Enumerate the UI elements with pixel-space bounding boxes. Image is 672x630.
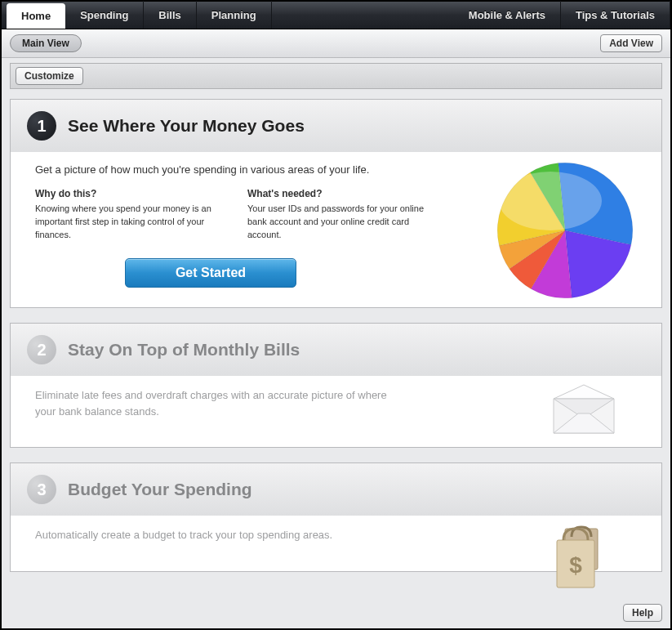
svg-point-0 [499,172,602,230]
card1-why-body: Knowing where you spend your money is an… [35,203,223,242]
shopping-bag-icon: $ [550,522,607,595]
card1-why-col: Why do this? Knowing where you spend you… [35,187,223,242]
card3-title: Budget Your Spending [68,480,252,499]
tab-home[interactable]: Home [7,3,65,29]
tab-tips-tutorials[interactable]: Tips & Tutorials [561,1,670,29]
svg-marker-2 [554,385,614,399]
tab-spending[interactable]: Spending [65,1,144,29]
card1-need-col: What's needed? Your user IDs and passwor… [247,187,435,242]
main-view-button[interactable]: Main View [10,34,82,52]
card1-title: See Where Your Money Goes [68,116,305,136]
card-see-money: 1 See Where Your Money Goes Get a pictur… [10,99,662,308]
svg-text:$: $ [569,552,582,578]
pie-chart-icon [492,157,639,304]
view-toolbar: Main View Add View [2,29,670,58]
content-area: 1 See Where Your Money Goes Get a pictur… [2,89,670,599]
card2-lead: Eliminate late fees and overdraft charge… [35,387,394,419]
step-number-1: 1 [27,111,56,141]
card-monthly-bills: 2 Stay On Top of Monthly Bills Eliminate… [10,323,662,448]
card1-need-heading: What's needed? [247,187,435,201]
card1-need-body: Your user IDs and passwords for your onl… [247,203,435,242]
envelope-icon [547,384,621,444]
card1-lead: Get a picture of how much you're spendin… [35,163,419,176]
footer-bar: Help [2,599,670,628]
customize-bar: Customize [10,63,662,89]
card3-lead: Automatically create a budget to track y… [35,527,394,543]
step-number-3: 3 [27,475,56,504]
card2-title: Stay On Top of Monthly Bills [68,340,300,360]
help-button[interactable]: Help [623,604,662,622]
tab-bills[interactable]: Bills [144,1,196,29]
card-budget-spending: 3 Budget Your Spending Automatically cre… [10,462,662,572]
tab-mobile-alerts[interactable]: Mobile & Alerts [454,1,561,29]
card1-why-heading: Why do this? [35,187,223,201]
tab-planning[interactable]: Planning [197,1,272,29]
customize-button[interactable]: Customize [16,67,83,85]
get-started-button[interactable]: Get Started [125,258,296,288]
add-view-button[interactable]: Add View [600,34,662,52]
main-tabbar: Home Spending Bills Planning Mobile & Al… [2,2,670,29]
step-number-2: 2 [27,335,56,364]
